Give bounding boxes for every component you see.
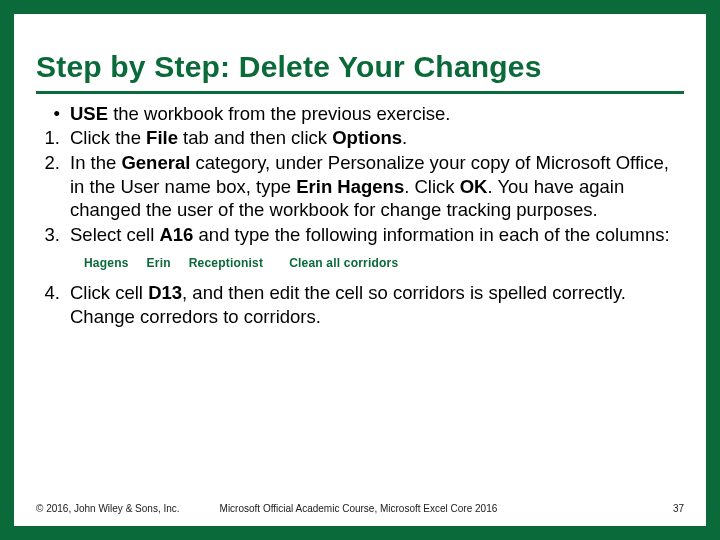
table-cell: Clean all corridors (289, 256, 398, 271)
list-marker-bullet: • (36, 102, 70, 126)
text-run: D13 (148, 282, 182, 303)
table-cell: Erin (147, 256, 171, 271)
text-run: . Click (404, 176, 460, 197)
list-item: • USE the workbook from the previous exe… (36, 102, 684, 126)
text-run: File (146, 127, 178, 148)
list-item: Hagens Erin Receptionist Clean all corri… (36, 248, 684, 275)
text-run: In the (70, 152, 121, 173)
list-marker-number: 3. (36, 223, 70, 247)
list-item: 1. Click the File tab and then click Opt… (36, 126, 684, 150)
slide-footer: © 2016, John Wiley & Sons, Inc. Microsof… (36, 503, 684, 514)
list-marker-number: 4. (36, 281, 70, 328)
list-item: 3. Select cell A16 and type the followin… (36, 223, 684, 247)
text-run: tab and then click (178, 127, 332, 148)
title-rule (36, 91, 684, 94)
list-text: Click the File tab and then click Option… (70, 126, 684, 150)
text-run: OK (460, 176, 488, 197)
slide-frame: Step by Step: Delete Your Changes • USE … (0, 0, 720, 540)
text-run: USE (70, 103, 108, 124)
list-marker-spacer (36, 248, 70, 275)
page-title: Step by Step: Delete Your Changes (36, 50, 684, 85)
list-item: 2. In the General category, under Person… (36, 151, 684, 222)
table-cell: Hagens (84, 256, 129, 271)
list-marker-number: 1. (36, 126, 70, 150)
content-area: • USE the workbook from the previous exe… (36, 102, 684, 329)
text-run: A16 (159, 224, 193, 245)
text-run: Options (332, 127, 402, 148)
footer-copyright: © 2016, John Wiley & Sons, Inc. (36, 503, 180, 514)
inline-table: Hagens Erin Receptionist Clean all corri… (70, 248, 684, 275)
text-run: Erin Hagens (296, 176, 404, 197)
text-run: and type the following information in ea… (193, 224, 669, 245)
list-marker-number: 2. (36, 151, 70, 222)
text-run: Click cell (70, 282, 148, 303)
footer-course: Microsoft Official Academic Course, Micr… (180, 503, 673, 514)
table-cell: Receptionist (189, 256, 263, 271)
list-text: Select cell A16 and type the following i… (70, 223, 684, 247)
list-text: Click cell D13, and then edit the cell s… (70, 281, 684, 328)
footer-page-number: 37 (673, 503, 684, 514)
list-text: In the General category, under Personali… (70, 151, 684, 222)
text-run: the workbook from the previous exercise. (108, 103, 450, 124)
text-run: . (402, 127, 407, 148)
table-row: Hagens Erin Receptionist Clean all corri… (84, 254, 684, 273)
list-text: USE the workbook from the previous exerc… (70, 102, 684, 126)
text-run: Select cell (70, 224, 159, 245)
list-item: 4. Click cell D13, and then edit the cel… (36, 281, 684, 328)
text-run: General (121, 152, 190, 173)
text-run: Click the (70, 127, 146, 148)
